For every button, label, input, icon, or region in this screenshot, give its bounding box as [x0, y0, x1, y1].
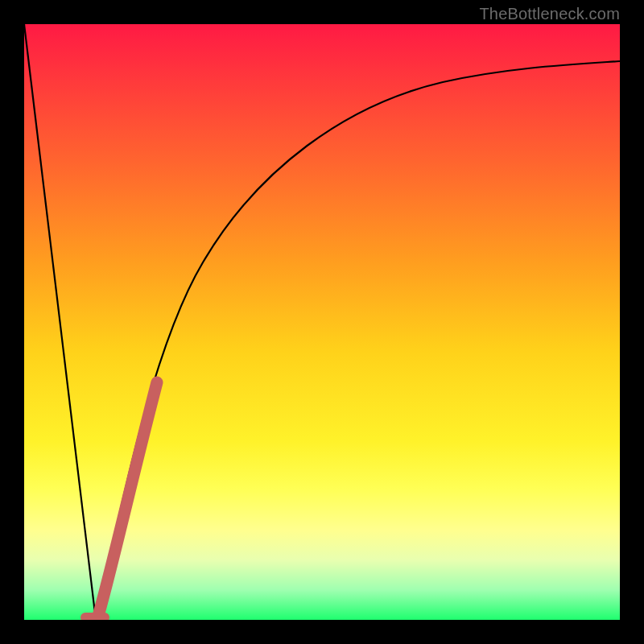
left-descent-path	[24, 24, 96, 620]
attribution-label: TheBottleneck.com	[479, 5, 620, 23]
chart-frame: TheBottleneck.com	[0, 0, 644, 644]
curve-svg	[24, 24, 620, 620]
plot-area	[24, 24, 620, 620]
highlight-segment	[98, 382, 157, 616]
right-ascent-path	[96, 61, 620, 620]
